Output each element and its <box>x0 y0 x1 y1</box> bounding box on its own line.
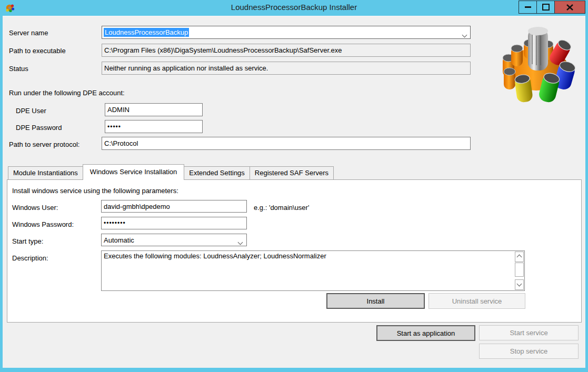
windows-user-input[interactable] <box>101 200 247 213</box>
description-scrollbar[interactable] <box>515 252 524 290</box>
tab-registered-saf-servers[interactable]: Registered SAF Servers <box>250 166 334 179</box>
close-icon <box>566 4 573 11</box>
status-field: Neither running as application nor insta… <box>102 62 471 75</box>
minimize-icon <box>525 6 531 8</box>
path-to-executable-field: C:\Program Files (x86)\DigaSystem\Loudne… <box>102 44 471 57</box>
install-button[interactable]: Install <box>326 293 425 309</box>
server-name-label: Server name <box>9 29 48 37</box>
uninstall-service-button[interactable]: Uninstall service <box>428 293 525 309</box>
protocol-path-input[interactable] <box>102 137 471 150</box>
status-label: Status <box>9 65 28 73</box>
service-parameters-heading: Install windows service using the follow… <box>12 187 178 195</box>
path-to-executable-label: Path to executable <box>9 47 66 55</box>
client-area: Server name LoudnessProcessorBackup Path… <box>3 16 585 368</box>
window-title: LoudnessProcessorBackup Installer <box>0 3 588 12</box>
description-textarea[interactable]: Executes the following modules: Loudness… <box>101 250 525 291</box>
scroll-up-button[interactable] <box>515 252 524 262</box>
tab-strip: Module Instantiations Windows Service In… <box>8 164 333 179</box>
service-installation-panel: Install windows service using the follow… <box>7 179 582 323</box>
description-text: Executes the following modules: Loudness… <box>104 252 512 260</box>
combobox-dropdown-icon[interactable] <box>463 29 466 39</box>
dpe-user-label: DPE User <box>16 107 46 115</box>
start-service-button[interactable]: Start service <box>479 325 579 340</box>
select-dropdown-icon <box>238 238 242 246</box>
tab-control: Module Instantiations Windows Service In… <box>7 164 582 323</box>
server-name-value: LoudnessProcessorBackup <box>104 28 189 37</box>
scroll-up-icon <box>517 254 522 259</box>
start-type-select[interactable]: Automatic <box>101 234 247 246</box>
scroll-down-button[interactable] <box>515 279 524 290</box>
dpe-password-label: DPE Password <box>16 124 62 132</box>
scrollbar-thumb[interactable] <box>515 263 524 277</box>
dpe-user-input[interactable] <box>105 103 203 116</box>
maximize-button[interactable] <box>536 1 555 14</box>
stop-service-button[interactable]: Stop service <box>479 344 579 359</box>
dpe-password-input[interactable] <box>105 120 203 133</box>
windows-password-input[interactable] <box>101 217 247 229</box>
start-as-application-button[interactable]: Start as application <box>376 325 475 341</box>
maximize-icon <box>542 4 550 11</box>
windows-user-label: Windows User: <box>12 204 58 212</box>
minimize-button[interactable] <box>519 1 537 14</box>
window-controls <box>519 1 585 14</box>
scroll-down-icon <box>517 281 522 287</box>
titlebar: LoudnessProcessorBackup Installer <box>0 0 588 16</box>
dpe-account-heading: Run under the following DPE account: <box>9 89 125 97</box>
installer-window: LoudnessProcessorBackup Installer Server… <box>0 0 588 372</box>
tab-windows-service-installation[interactable]: Windows Service Installation <box>83 164 184 180</box>
tab-extended-settings[interactable]: Extended Settings <box>184 166 250 179</box>
protocol-path-label: Path to server protocol: <box>9 140 79 148</box>
server-name-combobox[interactable]: LoudnessProcessorBackup <box>102 26 471 39</box>
description-label: Description: <box>12 254 48 262</box>
windows-password-label: Windows Password: <box>12 220 74 228</box>
close-button[interactable] <box>554 1 585 14</box>
windows-user-hint: e.g.: 'domain\user' <box>254 204 309 212</box>
start-type-label: Start type: <box>12 237 43 245</box>
start-type-value: Automatic <box>104 236 134 244</box>
tab-module-instantiations[interactable]: Module Instantiations <box>8 166 83 179</box>
product-logo <box>499 23 582 103</box>
